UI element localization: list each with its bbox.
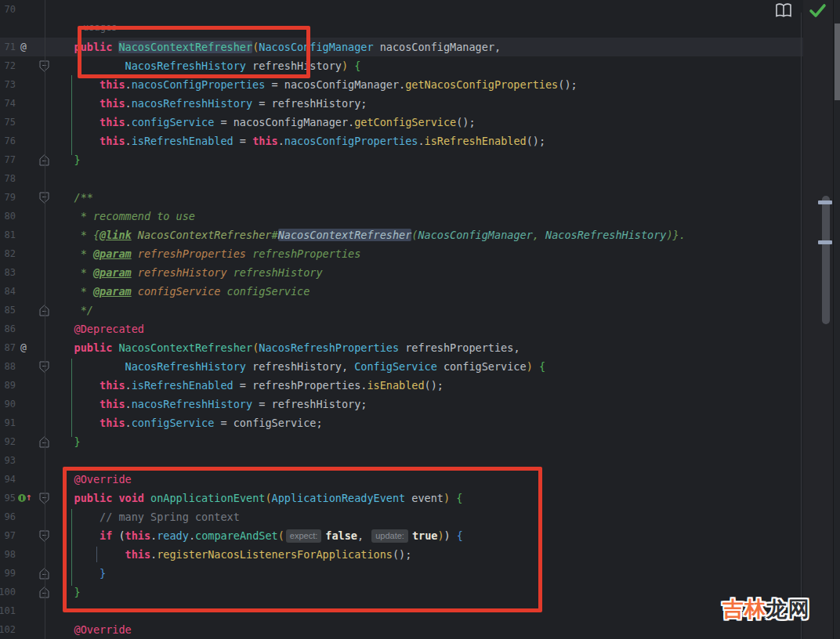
reader-mode-book-icon[interactable] <box>774 2 793 20</box>
line-number[interactable]: 100 <box>0 583 16 601</box>
token-pl <box>49 78 100 91</box>
line-number[interactable]: 72 <box>0 56 16 75</box>
token-pl: (); <box>425 379 444 392</box>
token-pl <box>49 323 74 335</box>
token-fi: isRefreshEnabled <box>132 379 234 392</box>
code-text[interactable]: /** <box>49 188 93 207</box>
code-text[interactable]: this.configService = configService; <box>49 413 323 432</box>
code-text[interactable]: this.isRefreshEnabled = refreshPropertie… <box>49 376 444 395</box>
token-jtag: @param <box>93 247 132 260</box>
token-jtype: NacosRefreshHistory <box>545 229 666 241</box>
line-number[interactable]: 94 <box>0 470 16 489</box>
token-pl <box>49 285 81 298</box>
line-number[interactable]: 78 <box>0 169 16 188</box>
token-bry: ) <box>342 60 348 72</box>
editor-right-separator <box>801 13 802 639</box>
line-number[interactable]: 83 <box>0 263 16 282</box>
line-number[interactable]: 70 <box>0 0 16 19</box>
overriding-method-gutter-icon[interactable] <box>18 494 26 502</box>
token-fi: nacosConfigProperties <box>284 135 418 147</box>
watermark-text: 龙网 <box>766 597 810 621</box>
annotation-gutter-icon[interactable]: @ <box>20 38 27 56</box>
line-number[interactable]: 84 <box>0 282 16 301</box>
code-line: 86 @Deprecated <box>0 320 803 338</box>
code-text[interactable]: @Deprecated <box>49 320 144 338</box>
line-number[interactable]: 93 <box>0 451 16 470</box>
token-pl: refreshProperties, <box>399 341 520 354</box>
line-number[interactable]: 77 <box>0 150 16 169</box>
token-fi: nacosConfigProperties <box>132 78 266 91</box>
line-number[interactable]: 97 <box>0 526 16 545</box>
token-jparam: refreshProperties <box>132 247 246 260</box>
code-text[interactable]: } <box>49 432 81 451</box>
line-number[interactable]: 73 <box>0 75 16 94</box>
line-number[interactable]: 76 <box>0 132 16 150</box>
token-pl: = refreshHistory; <box>252 398 367 410</box>
token-pl <box>49 398 100 410</box>
indent-guide-line <box>71 359 72 437</box>
line-number[interactable]: 87 <box>0 338 16 357</box>
code-line: 78 <box>0 169 803 188</box>
line-number[interactable]: 102 <box>0 620 16 639</box>
code-text[interactable]: * @param refreshProperties refreshProper… <box>49 244 360 263</box>
token-brg: { <box>539 360 545 373</box>
annotation-gutter-icon[interactable]: @ <box>20 338 27 357</box>
code-text[interactable]: this.nacosRefreshHistory = refreshHistor… <box>49 94 367 113</box>
line-number[interactable]: 95 <box>0 489 16 507</box>
line-number[interactable]: 98 <box>0 545 16 564</box>
line-number[interactable]: 90 <box>0 395 16 413</box>
line-number[interactable]: 82 <box>0 244 16 263</box>
token-pl <box>49 229 81 241</box>
token-pl <box>49 341 74 354</box>
code-text[interactable]: this.isRefreshEnabled = this.nacosConfig… <box>49 132 545 150</box>
line-number[interactable]: 101 <box>0 601 16 620</box>
line-number[interactable]: 81 <box>0 226 16 244</box>
line-number[interactable]: 75 <box>0 113 16 132</box>
override-up-arrow-icon[interactable]: ↑ <box>26 489 32 507</box>
token-bry: ) <box>527 360 533 373</box>
token-kw: this <box>100 417 125 429</box>
line-number[interactable]: 74 <box>0 94 16 113</box>
line-number[interactable]: 80 <box>0 207 16 226</box>
code-text[interactable]: * @param configService configService <box>49 282 310 301</box>
site-watermark: 吉林龙网 <box>722 595 810 623</box>
line-number[interactable]: 92 <box>0 432 16 451</box>
token-pl: . <box>125 97 132 110</box>
token-pl: . <box>418 135 424 147</box>
scrollbar-thumb[interactable] <box>822 196 830 324</box>
code-text[interactable]: * {@link NacosContextRefresher#NacosCont… <box>49 226 686 244</box>
code-text[interactable]: * recommend to use <box>49 207 195 226</box>
token-me: getNacosConfigProperties <box>405 78 558 91</box>
code-text[interactable]: this.configService = nacosConfigManager.… <box>49 113 476 132</box>
line-number[interactable]: 99 <box>0 564 16 583</box>
code-text[interactable]: } <box>49 150 81 169</box>
ide-editor[interactable]: 70usages71@ public NacosContextRefresher… <box>0 0 840 639</box>
inspections-ok-check-icon[interactable] <box>808 2 827 20</box>
code-text[interactable]: */ <box>49 301 93 320</box>
token-jtag: @link <box>100 229 132 241</box>
line-number[interactable]: 88 <box>0 357 16 376</box>
code-text[interactable]: this.nacosRefreshHistory = refreshHistor… <box>49 395 367 413</box>
token-jd: * <box>81 266 93 279</box>
code-text[interactable]: public NacosContextRefresher(NacosRefres… <box>49 338 520 357</box>
code-text[interactable]: NacosRefreshHistory refreshHistory, Conf… <box>49 357 545 376</box>
line-number[interactable]: 96 <box>0 507 16 526</box>
token-fi: nacosRefreshHistory <box>132 398 252 410</box>
token-jparam: refreshHistory <box>132 266 227 279</box>
line-number[interactable]: 86 <box>0 320 16 338</box>
token-pl: (); <box>558 78 577 91</box>
token-brg: } <box>74 435 81 448</box>
code-text[interactable]: * @param refreshHistory refreshHistory <box>49 263 323 282</box>
line-number[interactable]: 89 <box>0 376 16 395</box>
code-line: 90 this.nacosRefreshHistory = refreshHis… <box>0 395 803 413</box>
token-pl: = refreshProperties. <box>234 379 368 392</box>
right-panel-scrollbar-thumb[interactable] <box>835 23 840 100</box>
token-fi: configService <box>132 116 215 128</box>
line-number[interactable]: 79 <box>0 188 16 207</box>
line-number[interactable]: 85 <box>0 301 16 320</box>
red-annotation-box <box>78 26 310 78</box>
code-text[interactable]: @Override <box>49 620 132 639</box>
line-number[interactable]: 71 <box>0 38 16 56</box>
line-number[interactable]: 91 <box>0 413 16 432</box>
code-line: 74 this.nacosRefreshHistory = refreshHis… <box>0 94 803 113</box>
